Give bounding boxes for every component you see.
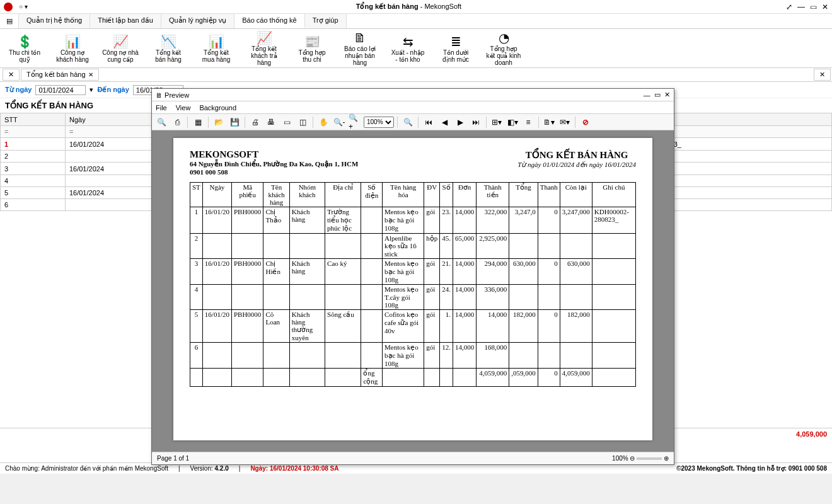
ribbon-btn-4[interactable]: 📊Tổng kết mua hàng [198, 33, 234, 64]
tool-hand-icon[interactable]: ✋ [316, 116, 330, 129]
rpt-row: 4Mentos kẹo T.cây gói 108ggói24.14,00033… [190, 285, 636, 310]
ribbon-collapse-icon[interactable]: ⤢ [786, 3, 792, 11]
doc-tab-close-left[interactable]: ✕ [3, 69, 20, 81]
ribbon-btn-5[interactable]: 📈Tổng kết khách trả hàng [246, 33, 282, 64]
tool-open-icon[interactable]: 📂 [212, 116, 226, 129]
file-tab[interactable]: ▤ [0, 14, 19, 28]
preview-zoomin-btn[interactable]: ⊕ [662, 455, 669, 462]
rpt-cell: 14,000 [453, 285, 477, 310]
from-date-input[interactable] [35, 85, 86, 95]
tool-print-icon[interactable]: 🖨 [248, 116, 262, 129]
tool-thumbnails-icon[interactable]: ▦ [191, 116, 205, 129]
main-tab-2[interactable]: Quản lý nghiệp vụ [161, 14, 234, 28]
main-tab-1[interactable]: Thiết lập ban đầu [90, 14, 161, 28]
rpt-cell: 14,000 [453, 207, 477, 234]
tool-zoom-select[interactable]: 100% [364, 117, 394, 128]
ribbon-label: Công nợ khách hàng [54, 49, 91, 63]
rpt-row: 2Alpenlibe kẹo sữa 16 stickhộp45.65,0002… [190, 234, 636, 259]
doc-tab-close-right[interactable]: ✕ [814, 69, 831, 81]
preview-maximize-icon[interactable]: ▭ [654, 91, 661, 99]
main-tab-3[interactable]: Báo cáo thống kê [234, 14, 305, 28]
report-address: 64 Nguyễn Đình Chiểu, Phường Đa Kao, Quậ… [190, 160, 358, 168]
tool-first-page-icon[interactable]: ⏮ [422, 116, 436, 129]
rpt-cell: gói [424, 310, 440, 343]
rpt-cell: Trường tiểu học phúc lộc [325, 207, 361, 234]
tool-zoom-fit-icon[interactable]: 🔍 [401, 116, 415, 129]
preview-title: Preview [165, 91, 189, 99]
ribbon-label: Tổng kết bán hàng [150, 49, 187, 63]
rpt-cell: Chị Thảo [263, 207, 289, 234]
tool-search-icon[interactable]: 🔍 [154, 116, 168, 129]
tool-next-page-icon[interactable]: ▶ [453, 116, 467, 129]
ribbon-btn-10[interactable]: ◔Tổng hợp kết quả kinh doanh [485, 33, 522, 64]
tool-pagesetup-icon[interactable]: ▭ [280, 116, 294, 129]
tool-color-icon[interactable]: ◧▾ [506, 116, 519, 129]
rpt-cell [361, 207, 383, 234]
rpt-row: 316/01/20PBH0000Chị HiềnKhách hàngCao ký… [190, 259, 636, 285]
ribbon-btn-0[interactable]: 💲Thu chi tồn quỹ [6, 33, 43, 64]
preview-menu-view[interactable]: View [176, 104, 191, 112]
from-date-picker-icon[interactable]: ▾ [90, 86, 93, 94]
rpt-total-cell [325, 369, 361, 387]
rpt-cell: Mentos kẹo bạc hà gói 108g [383, 259, 424, 285]
tool-zoomin-icon[interactable]: 🔍+ [348, 116, 362, 129]
tool-save-icon[interactable]: 💾 [228, 116, 241, 129]
ribbon-btn-7[interactable]: 🗎Báo cáo lợi nhuận bán hàng [342, 33, 378, 64]
rpt-cell [325, 234, 361, 259]
main-tab-0[interactable]: Quản trị hệ thống [19, 14, 90, 28]
tool-last-page-icon[interactable]: ⏭ [469, 116, 483, 129]
tool-multipage-icon[interactable]: ⊞▾ [490, 116, 504, 129]
preview-menu-file[interactable]: File [156, 104, 167, 112]
maximize-icon[interactable]: ▭ [810, 3, 817, 11]
preview-menu-background[interactable]: Background [199, 104, 236, 112]
rpt-cell: gói [424, 259, 440, 285]
quick-access-dropdown[interactable]: ○ ▾ [15, 3, 32, 10]
rpt-cell [202, 234, 231, 259]
rpt-row: 116/01/20PBH0000Chị ThảoKhách hàngTrường… [190, 207, 636, 234]
rpt-cell: 3,247,0 [509, 207, 538, 234]
doc-tab-active[interactable]: Tổng kết bán hàng ✕ [21, 69, 99, 81]
preview-menu: FileViewBackground [152, 101, 674, 114]
grid-cell: 4 [1, 175, 66, 187]
grid-header[interactable]: STT [1, 113, 66, 126]
tool-scale-icon[interactable]: ◫ [296, 116, 309, 129]
preview-statusbar: Page 1 of 1 100% ⊖ ⊕ [152, 452, 674, 464]
rpt-cell: 12. [440, 343, 453, 369]
main-tab-4[interactable]: Trợ giúp [305, 14, 347, 28]
preview-body[interactable]: MEKONGSOFT 64 Nguyễn Đình Chiểu, Phường … [152, 130, 674, 452]
tool-export-icon[interactable]: 🗎▾ [542, 116, 556, 129]
rpt-header: ST [190, 183, 203, 207]
preview-close-icon[interactable]: ✕ [664, 91, 670, 99]
tool-customize-icon[interactable]: ⎙ [170, 116, 184, 129]
ribbon-btn-3[interactable]: 📉Tổng kết bán hàng [150, 33, 187, 64]
preview-minimize-icon[interactable]: — [644, 91, 650, 99]
tool-close-icon[interactable]: ⊘ [579, 116, 592, 129]
tool-prev-page-icon[interactable]: ◀ [437, 116, 451, 129]
close-icon[interactable]: ✕ [822, 3, 828, 11]
preview-zoom-slider[interactable] [637, 457, 662, 460]
ribbon-btn-2[interactable]: 📈Công nợ nhà cung cấp [102, 33, 139, 64]
tool-zoomout-icon[interactable]: 🔍- [332, 116, 346, 129]
tool-send-icon[interactable]: ✉▾ [558, 116, 572, 129]
ribbon-icon: ◔ [499, 30, 509, 45]
ribbon-btn-9[interactable]: ≣Tồn dưới định mức [437, 33, 474, 64]
rpt-cell [361, 234, 383, 259]
rpt-cell [263, 285, 289, 310]
titlebar: ○ ▾ Tổng kết bán hàng - MekongSoft ⤢ — ▭… [0, 0, 832, 14]
rpt-cell: 24. [440, 285, 453, 310]
ribbon-btn-8[interactable]: ⇆Xuất - nhập - tồn kho [390, 33, 426, 64]
preview-page-status: Page 1 of 1 [157, 455, 189, 462]
tool-watermark-icon[interactable]: ≡ [521, 116, 535, 129]
minimize-icon[interactable]: — [797, 3, 805, 11]
ribbon-btn-6[interactable]: 📰Tổng hợp thu chi [294, 33, 330, 64]
preview-zoomout-btn[interactable]: ⊖ [628, 455, 637, 462]
rpt-header: Mã phiếu [231, 183, 263, 207]
tool-quickprint-icon[interactable]: 🖶 [264, 116, 278, 129]
ribbon-btn-1[interactable]: 📊Công nợ khách hàng [54, 33, 91, 64]
rpt-cell: PBH0000 [231, 310, 263, 343]
status-copyright: ©2023 MekongSoft. Thông tin hỗ trợ: 0901… [676, 465, 827, 472]
rpt-header: Số điện [361, 183, 383, 207]
rpt-cell: 4 [190, 285, 203, 310]
doc-tab-close-icon[interactable]: ✕ [88, 71, 93, 78]
rpt-cell: 65,000 [453, 234, 477, 259]
